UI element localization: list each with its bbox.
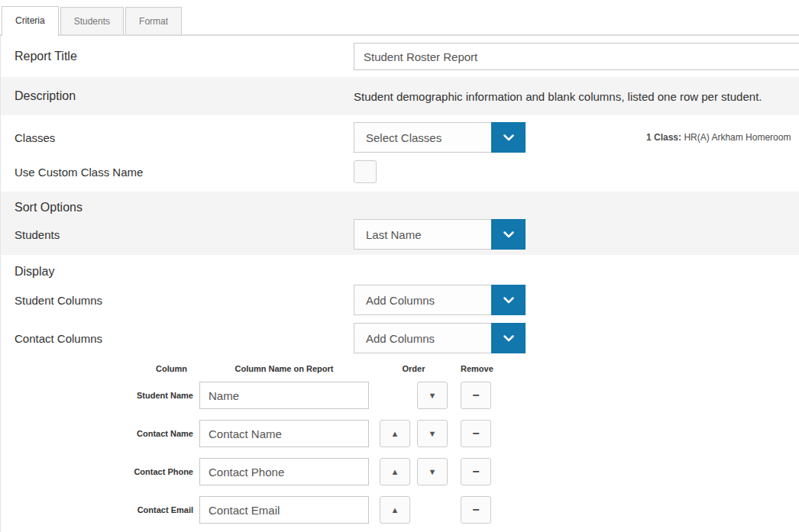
report-setup-page: Criteria Students Format Report Title De…: [0, 0, 799, 532]
down-arrow-icon: ▼: [429, 392, 437, 400]
move-down-button[interactable]: ▼: [417, 458, 448, 485]
column-name-input[interactable]: [199, 382, 369, 409]
minus-icon: −: [472, 389, 479, 401]
tab-students[interactable]: Students: [60, 7, 124, 34]
minus-icon: −: [472, 504, 479, 516]
use-custom-class-name-row: Use Custom Class Name: [1, 156, 799, 187]
contact-columns-label: Contact Columns: [1, 332, 354, 345]
up-arrow-icon: ▲: [391, 468, 400, 476]
remove-column-button[interactable]: −: [461, 420, 491, 447]
description-row: Description Student demographic informat…: [1, 77, 799, 115]
selected-classes-count: 1 Class:: [646, 132, 681, 143]
column-name-input[interactable]: [199, 420, 369, 447]
table-row: Contact Phone ▲ ▼ −: [1, 453, 799, 491]
student-columns-row: Student Columns Add Columns: [1, 285, 799, 315]
selected-classes-names: HR(A) Arkham Homeroom: [684, 132, 791, 143]
classes-row: Classes Select Classes 1 Class: HR(A) Ar…: [1, 118, 799, 156]
move-up-button[interactable]: ▲: [380, 496, 410, 524]
report-title-row: Report Title: [1, 36, 799, 77]
use-custom-class-name-label: Use Custom Class Name: [1, 166, 354, 179]
move-up-button[interactable]: ▲: [380, 420, 410, 447]
move-up-button[interactable]: ▲: [380, 458, 410, 485]
column-label: Contact Phone: [1, 467, 193, 476]
report-title-input[interactable]: [354, 43, 799, 70]
report-title-label: Report Title: [1, 50, 354, 63]
down-arrow-icon: ▼: [429, 430, 437, 438]
tab-bar: Criteria Students Format: [0, 0, 799, 36]
down-arrow-icon: ▼: [429, 468, 437, 476]
up-arrow-icon: ▲: [391, 506, 400, 514]
sort-students-label: Students: [1, 228, 354, 241]
chevron-down-icon: [491, 122, 526, 153]
sort-students-row: Students Last Name: [1, 218, 799, 250]
classes-section: Classes Select Classes 1 Class: HR(A) Ar…: [1, 115, 799, 192]
sort-students-dropdown-value: Last Name: [354, 220, 491, 249]
display-section: Display Student Columns Add Columns Cont…: [1, 255, 799, 529]
up-arrow-icon: ▲: [391, 430, 400, 438]
header-remove: Remove: [461, 364, 491, 373]
remove-column-button[interactable]: −: [461, 496, 491, 524]
select-classes-dropdown[interactable]: Select Classes: [354, 122, 526, 153]
table-row: Contact Name ▲ ▼ −: [1, 414, 799, 453]
columns-table: Column Column Name on Report Order Remov…: [1, 361, 799, 529]
chevron-down-icon: [491, 323, 526, 353]
sort-options-heading: Sort Options: [1, 198, 799, 218]
contact-columns-row: Contact Columns Add Columns: [1, 323, 799, 353]
student-columns-dropdown[interactable]: Add Columns: [354, 285, 526, 315]
chevron-down-icon: [491, 219, 526, 250]
sort-students-dropdown[interactable]: Last Name: [354, 219, 526, 250]
column-label: Contact Name: [1, 429, 193, 438]
columns-table-header: Column Column Name on Report Order Remov…: [1, 361, 799, 376]
selected-classes-summary: 1 Class: HR(A) Arkham Homeroom: [646, 132, 791, 143]
table-row: Student Name ▼ −: [1, 376, 799, 414]
remove-column-button[interactable]: −: [461, 458, 491, 485]
use-custom-class-name-checkbox[interactable]: [354, 160, 377, 183]
move-down-button[interactable]: ▼: [417, 382, 448, 409]
description-label: Description: [1, 89, 354, 103]
minus-icon: −: [472, 427, 479, 440]
column-label: Contact Email: [1, 505, 193, 514]
empty-order-slot: [417, 496, 448, 524]
remove-column-button[interactable]: −: [461, 382, 491, 409]
criteria-panel: Report Title Description Student demogra…: [0, 36, 799, 532]
header-column: Column: [1, 364, 193, 373]
empty-order-slot: [380, 382, 410, 409]
tab-criteria[interactable]: Criteria: [2, 6, 59, 36]
display-heading: Display: [1, 262, 799, 282]
column-label: Student Name: [1, 391, 193, 400]
chevron-down-icon: [491, 285, 526, 315]
contact-columns-dropdown-value: Add Columns: [354, 324, 491, 353]
select-classes-dropdown-value: Select Classes: [354, 123, 491, 152]
contact-columns-dropdown[interactable]: Add Columns: [354, 323, 526, 353]
student-columns-label: Student Columns: [1, 294, 354, 307]
header-name-on-report: Column Name on Report: [199, 364, 369, 373]
sort-options-section: Sort Options Students Last Name: [1, 192, 799, 255]
header-order: Order: [380, 364, 448, 373]
student-columns-dropdown-value: Add Columns: [354, 285, 491, 314]
tab-format[interactable]: Format: [125, 7, 182, 34]
column-name-input[interactable]: [199, 496, 369, 524]
table-row: Contact Email ▲ −: [1, 491, 799, 529]
description-text: Student demographic information and blan…: [354, 90, 762, 103]
minus-icon: −: [472, 466, 479, 478]
move-down-button[interactable]: ▼: [417, 420, 448, 447]
classes-label: Classes: [1, 131, 354, 144]
column-name-input[interactable]: [199, 458, 369, 485]
